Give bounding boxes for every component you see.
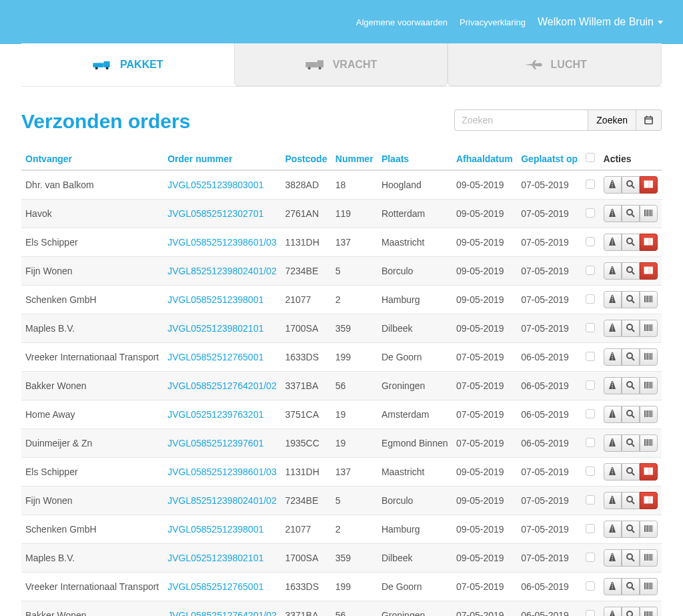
track-button[interactable]	[604, 434, 622, 452]
label-button[interactable]	[640, 578, 658, 595]
view-button[interactable]	[622, 492, 640, 509]
label-button[interactable]	[640, 320, 658, 337]
row-checkbox[interactable]	[586, 610, 595, 617]
order-link[interactable]: JVGL05852512302701	[167, 208, 263, 219]
view-button[interactable]	[622, 549, 640, 567]
col-afhaaldatum[interactable]: Afhaaldatum	[452, 146, 517, 170]
label-button[interactable]	[640, 291, 658, 308]
track-button[interactable]	[604, 521, 622, 538]
col-postcode[interactable]: Postcode	[281, 146, 331, 170]
track-button[interactable]	[604, 377, 622, 394]
row-checkbox[interactable]	[586, 180, 595, 189]
view-button[interactable]	[622, 607, 640, 616]
row-checkbox[interactable]	[586, 495, 595, 505]
row-checkbox[interactable]	[586, 438, 595, 447]
order-link[interactable]: JVGL05251239803001	[167, 180, 263, 190]
label-button[interactable]	[640, 348, 658, 366]
label-button[interactable]	[640, 521, 658, 538]
view-button[interactable]	[622, 463, 640, 481]
track-button[interactable]	[604, 607, 622, 616]
label-button[interactable]	[640, 406, 658, 423]
row-checkbox[interactable]	[586, 581, 595, 591]
order-link[interactable]: JVGL05852512398001	[167, 524, 263, 535]
track-button[interactable]	[604, 176, 622, 194]
label-button[interactable]	[640, 205, 658, 222]
row-checkbox[interactable]	[586, 467, 595, 476]
label-button[interactable]	[640, 549, 658, 567]
track-button[interactable]	[604, 348, 622, 366]
user-menu[interactable]: Welkom Willem de Bruin	[538, 16, 663, 28]
view-button[interactable]	[622, 434, 640, 452]
order-link[interactable]: JVGL05852512764201/02	[167, 610, 276, 616]
row-checkbox[interactable]	[586, 409, 595, 418]
col-order[interactable]: Order nummer	[163, 146, 281, 170]
row-checkbox[interactable]	[586, 553, 595, 562]
track-button[interactable]	[604, 234, 622, 251]
label-button[interactable]	[640, 492, 658, 509]
order-link[interactable]: JVGL05251239802101	[167, 323, 263, 334]
col-geplaatst[interactable]: Geplaatst op	[517, 146, 582, 170]
order-link[interactable]: JVGL05852512765001	[167, 581, 263, 592]
track-button[interactable]	[604, 291, 622, 308]
tab-pakket[interactable]: PAKKET	[21, 43, 234, 86]
view-button[interactable]	[622, 205, 640, 222]
calendar-button[interactable]	[636, 109, 662, 131]
select-all-checkbox[interactable]	[586, 153, 595, 162]
view-button[interactable]	[622, 348, 640, 366]
row-checkbox[interactable]	[586, 524, 595, 533]
order-link[interactable]: JVGL05852512765001	[167, 352, 263, 362]
label-button[interactable]	[640, 463, 658, 481]
track-button[interactable]	[604, 406, 622, 423]
search-input[interactable]	[454, 109, 588, 131]
row-checkbox[interactable]	[586, 208, 595, 218]
view-button[interactable]	[622, 234, 640, 251]
order-link[interactable]: JVGL05852512397601	[167, 438, 263, 448]
col-ontvanger[interactable]: Ontvanger	[21, 146, 163, 170]
track-button[interactable]	[604, 205, 622, 222]
row-checkbox[interactable]	[586, 380, 595, 390]
order-link[interactable]: JVGL05852512398001	[167, 294, 263, 305]
view-button[interactable]	[622, 291, 640, 308]
terms-link[interactable]: Algemene voorwaarden	[356, 17, 448, 27]
tab-lucht[interactable]: LUCHT	[448, 43, 662, 86]
row-checkbox[interactable]	[586, 266, 595, 275]
view-button[interactable]	[622, 578, 640, 595]
track-button[interactable]	[604, 492, 622, 509]
view-button[interactable]	[622, 377, 640, 394]
cell-geplaatst: 07-05-2019	[517, 515, 582, 544]
label-button[interactable]	[640, 607, 658, 616]
tab-vracht[interactable]: VRACHT	[234, 43, 448, 86]
label-button[interactable]	[640, 434, 658, 452]
col-nummer[interactable]: Nummer	[331, 146, 378, 170]
svg-rect-88	[646, 410, 647, 417]
view-button[interactable]	[622, 406, 640, 423]
view-button[interactable]	[622, 521, 640, 538]
label-button[interactable]	[640, 234, 658, 251]
view-button[interactable]	[622, 176, 640, 194]
row-checkbox[interactable]	[586, 323, 595, 332]
row-checkbox[interactable]	[586, 237, 595, 246]
col-plaats[interactable]: Plaats	[378, 146, 452, 170]
action-group	[604, 262, 658, 280]
view-button[interactable]	[622, 320, 640, 337]
track-button[interactable]	[604, 262, 622, 280]
label-button[interactable]	[640, 262, 658, 280]
order-link[interactable]: JVGL05852512398601/03	[167, 467, 276, 477]
order-link[interactable]: JVGL85251239802401/02	[167, 495, 276, 506]
track-button[interactable]	[604, 549, 622, 567]
view-button[interactable]	[622, 262, 640, 280]
row-checkbox[interactable]	[586, 294, 595, 304]
track-button[interactable]	[604, 320, 622, 337]
track-button[interactable]	[604, 578, 622, 595]
order-link[interactable]: JVGL05251239763201	[167, 409, 263, 420]
label-button[interactable]	[640, 377, 658, 394]
order-link[interactable]: JVGL05251239802101	[167, 553, 263, 563]
track-button[interactable]	[604, 463, 622, 481]
privacy-link[interactable]: Privacyverklaring	[460, 17, 526, 27]
order-link[interactable]: JVGL85251239802401/02	[167, 266, 276, 276]
label-button[interactable]	[640, 176, 658, 194]
row-checkbox[interactable]	[586, 352, 595, 361]
order-link[interactable]: JVGL05852512398601/03	[167, 237, 276, 248]
search-button[interactable]: Zoeken	[588, 109, 636, 131]
order-link[interactable]: JVGL05852512764201/02	[167, 380, 276, 391]
